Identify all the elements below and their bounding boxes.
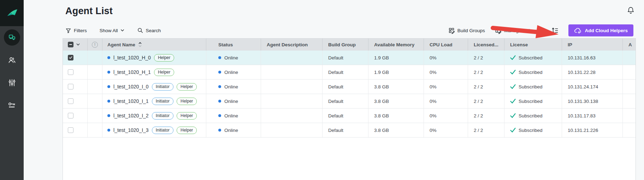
header-agent-name[interactable]: Agent Name — [102, 39, 206, 51]
header-license[interactable]: License — [504, 39, 562, 51]
build-groups-button[interactable]: Build Groups — [448, 27, 485, 34]
status-text: Online — [224, 113, 238, 118]
table-row[interactable]: l_test_1020_I_2InitiatorHelper Online De… — [63, 109, 636, 123]
license-cell: Subscribed — [504, 123, 562, 137]
badge-helper: Helper — [177, 98, 197, 105]
filter-funnel-icon — [65, 28, 71, 34]
build-group-cell: Default — [323, 80, 368, 94]
page-title: Agent List — [65, 6, 113, 17]
add-cloud-helpers-label: Add Cloud Helpers — [585, 28, 628, 33]
ip-cell: 10.131.17.83 — [562, 109, 623, 123]
badge-helper: Helper — [177, 83, 197, 91]
ip-cell: 10.131.24.174 — [562, 80, 623, 94]
license-cell: Subscribed — [504, 80, 562, 94]
agent-description-cell — [261, 109, 323, 123]
header-clipped-column[interactable]: A — [623, 39, 636, 51]
manage-columns-button[interactable]: Manage Columns — [495, 27, 542, 34]
toolbar-right: Build Groups Manage Columns — [448, 24, 633, 36]
search-button[interactable]: Search — [137, 27, 161, 34]
agent-name: l_test_1020_I_1 — [113, 98, 149, 104]
sidebar-item-users[interactable] — [0, 49, 24, 71]
table-header-row: ! Agent Name Status Agent Description Bu… — [63, 39, 636, 51]
header-status[interactable]: Status — [206, 39, 261, 51]
build-group-cell: Default — [323, 123, 368, 137]
status-text: Online — [224, 128, 238, 133]
row-checkbox[interactable] — [68, 55, 73, 60]
badge-helper: Helper — [154, 69, 174, 76]
ip-cell: 10.131.16.63 — [562, 51, 623, 65]
sort-icon[interactable] — [138, 42, 142, 47]
ip-cell: 10.131.30.138 — [562, 94, 623, 108]
sidebar — [0, 0, 24, 180]
available-memory-cell: 1.9 GB — [368, 65, 424, 79]
row-checkbox[interactable] — [68, 84, 73, 89]
search-label: Search — [146, 28, 161, 33]
brand-logo-icon — [5, 6, 19, 21]
manage-columns-label: Manage Columns — [504, 28, 542, 33]
sidebar-nav — [0, 26, 24, 117]
selection-menu-chevron-icon[interactable] — [76, 43, 80, 46]
build-groups-label: Build Groups — [457, 28, 485, 33]
agent-description-cell — [261, 51, 323, 65]
notifications-button[interactable] — [627, 6, 635, 16]
cpu-load-cell: 0% — [424, 94, 468, 108]
online-dot — [218, 100, 221, 103]
check-icon — [510, 84, 516, 89]
online-dot — [218, 85, 221, 88]
filters-label: Filters — [74, 28, 87, 33]
table-row[interactable]: l_test_1020_I_0InitiatorHelper Online De… — [63, 80, 636, 94]
sidebar-item-licenses[interactable] — [0, 94, 24, 117]
status-text: Online — [224, 55, 238, 60]
sidebar-item-settings[interactable] — [0, 71, 24, 94]
add-cloud-helpers-button[interactable]: Add Cloud Helpers — [568, 24, 633, 36]
row-height-button[interactable] — [551, 27, 559, 34]
licensed-cell: 2 / 2 — [468, 80, 504, 94]
alert-column-icon: ! — [92, 42, 98, 48]
cpu-load-cell: 0% — [424, 109, 468, 123]
online-dot — [218, 56, 221, 59]
table-row[interactable]: l_test_1020_I_3InitiatorHelper Online De… — [63, 123, 636, 138]
show-all-dropdown[interactable]: Show All — [100, 28, 124, 33]
agent-name: l_test_1020_I_3 — [113, 127, 149, 133]
row-checkbox[interactable] — [68, 127, 73, 133]
filters-button[interactable]: Filters — [65, 28, 87, 34]
build-group-cell: Default — [323, 65, 368, 79]
header-build-group[interactable]: Build Group — [323, 39, 368, 51]
table-row[interactable]: l_test_1020_I_1InitiatorHelper Online De… — [63, 94, 636, 109]
manage-columns-icon — [495, 27, 502, 34]
agent-description-cell — [261, 123, 323, 137]
available-memory-cell: 1.9 GB — [368, 51, 424, 65]
table-row[interactable]: l_test_1020_H_0Helper Online Default 1.9… — [63, 51, 636, 65]
header-agent-description[interactable]: Agent Description — [261, 39, 323, 51]
row-checkbox[interactable] — [68, 69, 73, 75]
check-icon — [510, 128, 516, 133]
online-dot — [218, 129, 221, 132]
header-licensed[interactable]: Licensed... — [468, 39, 504, 51]
agent-table: ! Agent Name Status Agent Description Bu… — [63, 38, 636, 180]
header-available-memory[interactable]: Available Memory — [368, 39, 424, 51]
row-checkbox[interactable] — [68, 98, 73, 104]
status-text: Online — [224, 84, 238, 89]
cpu-load-cell: 0% — [424, 123, 468, 137]
select-all-checkbox[interactable] — [68, 42, 73, 47]
show-all-label: Show All — [100, 28, 118, 33]
table-row[interactable]: l_test_1020_H_1Helper Online Default 1.9… — [63, 65, 636, 80]
license-cell: Subscribed — [504, 94, 562, 108]
agent-status-dot — [107, 129, 110, 132]
licensed-cell: 2 / 2 — [468, 51, 504, 65]
bell-icon — [627, 6, 635, 14]
available-memory-cell: 3.8 GB — [368, 109, 424, 123]
badge-helper: Helper — [154, 54, 174, 62]
row-height-icon — [551, 27, 559, 34]
agent-name: l_test_1020_I_2 — [113, 113, 149, 118]
app-logo[interactable] — [0, 0, 24, 26]
toolbar-left: Filters Show All Search — [65, 27, 161, 34]
row-checkbox[interactable] — [68, 113, 73, 118]
ip-cell: 10.131.21.226 — [562, 123, 623, 137]
sidebar-item-agents[interactable] — [0, 26, 24, 49]
toolbar: Filters Show All Search — [65, 24, 633, 37]
header-ip[interactable]: IP — [562, 39, 623, 51]
agents-icon — [4, 29, 20, 46]
agent-status-dot — [107, 85, 110, 88]
header-cpu-load[interactable]: CPU Load — [424, 39, 468, 51]
